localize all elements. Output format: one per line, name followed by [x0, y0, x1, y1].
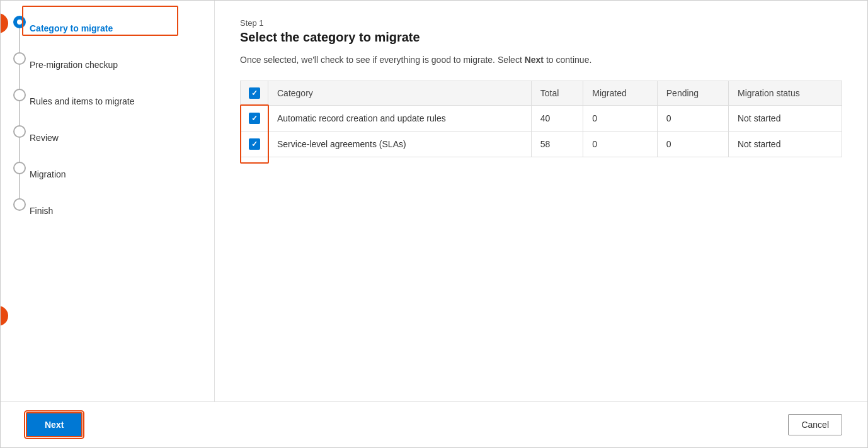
step-circle-migration [13, 162, 26, 174]
select-all-checkbox[interactable] [249, 87, 260, 99]
row2-total: 58 [531, 132, 583, 157]
step-connector-2 [13, 52, 26, 89]
col-header-pending: Pending [657, 81, 728, 106]
step-connector-4 [13, 125, 26, 162]
step-label-rules: Rules and items to migrate [30, 96, 135, 106]
row2-checkbox[interactable] [249, 138, 260, 150]
step-label-review: Review [30, 132, 59, 143]
sidebar: 1 Category to migrate [1, 1, 215, 401]
table-header-row: Category Total Migrated Pending Migratio… [241, 81, 842, 106]
step-item-pre-migration: Pre-migration checkup [13, 52, 202, 89]
col-header-category: Category [268, 81, 532, 106]
next-button[interactable]: Next [26, 412, 83, 437]
step-connector-5 [13, 162, 26, 198]
row2-checkbox-cell [241, 132, 268, 157]
step-line-5 [19, 174, 20, 198]
step-number: Step 1 [240, 18, 842, 28]
col-header-status: Migration status [728, 81, 842, 106]
description-bold: Next [525, 55, 544, 65]
table-row: Automatic record creation and update rul… [241, 106, 842, 132]
step-circle-category [13, 16, 26, 28]
cancel-button[interactable]: Cancel [788, 414, 842, 435]
col-header-checkbox [241, 81, 268, 106]
col-header-total: Total [531, 81, 583, 106]
annotation-badge-1: 1 [1, 13, 8, 33]
col-header-migrated: Migrated [583, 81, 658, 106]
step-item-rules: Rules and items to migrate [13, 89, 202, 125]
step-item-category: Category to migrate [13, 16, 202, 52]
row2-pending: 0 [657, 132, 728, 157]
step-label-pre-migration: Pre-migration checkup [30, 59, 118, 70]
row1-total: 40 [531, 106, 583, 132]
steps-list: Category to migrate Pre-migration checku… [13, 16, 202, 223]
description-text-plain: Once selected, we'll check to see if eve… [240, 55, 525, 65]
step-circle-pre-migration [13, 52, 26, 65]
step-title: Select the category to migrate [240, 30, 842, 45]
step-label-migration: Migration [30, 169, 66, 179]
step-label-category: Category to migrate [30, 23, 113, 33]
step-connector-1 [13, 16, 26, 52]
step-circle-rules [13, 89, 26, 101]
table-wrapper: Category Total Migrated Pending Migratio… [240, 81, 842, 157]
step-line-4 [19, 138, 20, 162]
description-text-end: to continue. [544, 55, 591, 65]
step-item-review: Review [13, 125, 202, 162]
step-item-finish: Finish [13, 198, 202, 223]
app-container: 1 Category to migrate [1, 1, 867, 447]
row2-category: Service-level agreements (SLAs) [268, 132, 532, 157]
step-circle-review [13, 125, 26, 138]
row1-status: Not started [728, 106, 842, 132]
step-circle-finish [13, 198, 26, 211]
row2-migrated: 0 [583, 132, 658, 157]
step-line-1 [19, 28, 20, 52]
step-connector-3 [13, 89, 26, 125]
row1-checkbox[interactable] [249, 113, 260, 124]
step-item-migration: Migration [13, 162, 202, 198]
main-content: 1 Category to migrate [1, 1, 867, 401]
row1-pending: 0 [657, 106, 728, 132]
content-area: Step 1 Select the category to migrate On… [215, 1, 867, 401]
step-line-2 [19, 65, 20, 89]
annotation-badge-2: 2 [1, 306, 8, 326]
footer-left: Next [26, 412, 83, 437]
table-row: Service-level agreements (SLAs) 58 0 0 N… [241, 132, 842, 157]
migration-table: Category Total Migrated Pending Migratio… [240, 81, 842, 157]
step-label-finish: Finish [30, 205, 53, 216]
row1-checkbox-cell [241, 106, 268, 132]
row1-category: Automatic record creation and update rul… [268, 106, 532, 132]
row2-status: Not started [728, 132, 842, 157]
step-connector-6 [13, 198, 26, 211]
footer: 3 Next Cancel [1, 401, 867, 447]
row1-migrated: 0 [583, 106, 658, 132]
step-line-3 [19, 101, 20, 125]
step-description: Once selected, we'll check to see if eve… [240, 53, 842, 67]
